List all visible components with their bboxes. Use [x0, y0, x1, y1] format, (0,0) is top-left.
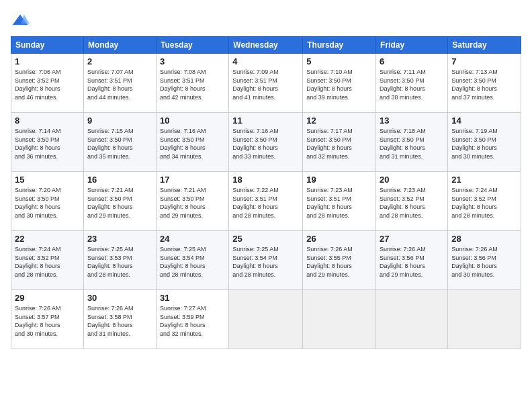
day-info: Sunrise: 7:21 AM Sunset: 3:50 PM Dayligh… [87, 186, 152, 220]
day-number: 24 [160, 234, 225, 244]
calendar-cell: 8Sunrise: 7:14 AM Sunset: 3:50 PM Daylig… [11, 113, 84, 172]
day-number: 17 [160, 175, 225, 185]
calendar-cell [448, 290, 521, 349]
calendar-cell: 27Sunrise: 7:26 AM Sunset: 3:56 PM Dayli… [376, 231, 448, 290]
calendar-cell: 11Sunrise: 7:16 AM Sunset: 3:50 PM Dayli… [229, 113, 303, 172]
calendar-cell: 10Sunrise: 7:16 AM Sunset: 3:50 PM Dayli… [156, 113, 228, 172]
calendar-week-4: 22Sunrise: 7:24 AM Sunset: 3:52 PM Dayli… [11, 231, 521, 290]
day-info: Sunrise: 7:09 AM Sunset: 3:51 PM Dayligh… [232, 68, 299, 101]
day-number: 28 [451, 234, 517, 244]
calendar-week-1: 1Sunrise: 7:06 AM Sunset: 3:52 PM Daylig… [11, 54, 521, 113]
day-number: 20 [380, 175, 444, 185]
day-info: Sunrise: 7:24 AM Sunset: 3:52 PM Dayligh… [451, 186, 517, 220]
calendar-cell: 30Sunrise: 7:26 AM Sunset: 3:58 PM Dayli… [83, 290, 156, 349]
calendar-cell: 17Sunrise: 7:21 AM Sunset: 3:50 PM Dayli… [156, 172, 228, 231]
day-number: 7 [451, 56, 517, 66]
weekday-header-friday: Friday [376, 37, 448, 54]
weekday-header-row: SundayMondayTuesdayWednesdayThursdayFrid… [11, 37, 521, 54]
calendar-cell: 4Sunrise: 7:09 AM Sunset: 3:51 PM Daylig… [229, 54, 303, 113]
day-number: 27 [380, 234, 444, 244]
day-info: Sunrise: 7:08 AM Sunset: 3:51 PM Dayligh… [160, 68, 225, 101]
day-info: Sunrise: 7:18 AM Sunset: 3:50 PM Dayligh… [380, 127, 444, 161]
day-info: Sunrise: 7:26 AM Sunset: 3:56 PM Dayligh… [451, 245, 517, 279]
day-info: Sunrise: 7:20 AM Sunset: 3:50 PM Dayligh… [15, 186, 80, 220]
day-number: 25 [232, 234, 299, 244]
day-info: Sunrise: 7:23 AM Sunset: 3:51 PM Dayligh… [306, 186, 372, 220]
calendar-cell: 29Sunrise: 7:26 AM Sunset: 3:57 PM Dayli… [11, 290, 84, 349]
day-info: Sunrise: 7:16 AM Sunset: 3:50 PM Dayligh… [232, 127, 299, 161]
calendar-cell: 3Sunrise: 7:08 AM Sunset: 3:51 PM Daylig… [156, 54, 228, 113]
day-number: 11 [232, 116, 299, 126]
day-number: 8 [15, 116, 80, 126]
calendar-table: SundayMondayTuesdayWednesdayThursdayFrid… [11, 36, 521, 349]
calendar-cell: 5Sunrise: 7:10 AM Sunset: 3:50 PM Daylig… [303, 54, 376, 113]
day-info: Sunrise: 7:23 AM Sunset: 3:52 PM Dayligh… [380, 186, 444, 220]
calendar-cell: 25Sunrise: 7:25 AM Sunset: 3:54 PM Dayli… [229, 231, 303, 290]
day-info: Sunrise: 7:27 AM Sunset: 3:59 PM Dayligh… [160, 304, 225, 338]
day-info: Sunrise: 7:14 AM Sunset: 3:50 PM Dayligh… [15, 127, 80, 161]
day-info: Sunrise: 7:24 AM Sunset: 3:52 PM Dayligh… [15, 245, 80, 279]
weekday-header-thursday: Thursday [303, 37, 376, 54]
calendar-cell: 26Sunrise: 7:26 AM Sunset: 3:55 PM Dayli… [303, 231, 376, 290]
header-row [11, 11, 521, 30]
calendar-cell: 21Sunrise: 7:24 AM Sunset: 3:52 PM Dayli… [448, 172, 521, 231]
calendar-cell: 24Sunrise: 7:25 AM Sunset: 3:54 PM Dayli… [156, 231, 228, 290]
day-info: Sunrise: 7:22 AM Sunset: 3:51 PM Dayligh… [232, 186, 299, 220]
calendar-cell: 18Sunrise: 7:22 AM Sunset: 3:51 PM Dayli… [229, 172, 303, 231]
day-number: 13 [380, 116, 444, 126]
day-number: 12 [306, 116, 372, 126]
day-number: 5 [306, 56, 372, 66]
weekday-header-wednesday: Wednesday [229, 37, 303, 54]
calendar-container: SundayMondayTuesdayWednesdayThursdayFrid… [0, 0, 532, 355]
day-number: 4 [232, 56, 299, 66]
day-info: Sunrise: 7:26 AM Sunset: 3:58 PM Dayligh… [87, 304, 152, 338]
calendar-cell: 31Sunrise: 7:27 AM Sunset: 3:59 PM Dayli… [156, 290, 228, 349]
weekday-header-tuesday: Tuesday [156, 37, 228, 54]
day-number: 14 [451, 116, 517, 126]
day-info: Sunrise: 7:19 AM Sunset: 3:50 PM Dayligh… [451, 127, 517, 161]
calendar-cell: 7Sunrise: 7:13 AM Sunset: 3:50 PM Daylig… [448, 54, 521, 113]
calendar-week-2: 8Sunrise: 7:14 AM Sunset: 3:50 PM Daylig… [11, 113, 521, 172]
calendar-cell [376, 290, 448, 349]
day-info: Sunrise: 7:10 AM Sunset: 3:50 PM Dayligh… [306, 68, 372, 101]
day-info: Sunrise: 7:21 AM Sunset: 3:50 PM Dayligh… [160, 186, 225, 220]
day-number: 31 [160, 293, 225, 303]
calendar-cell: 23Sunrise: 7:25 AM Sunset: 3:53 PM Dayli… [83, 231, 156, 290]
day-number: 30 [87, 293, 152, 303]
day-number: 9 [87, 116, 152, 126]
calendar-cell [229, 290, 303, 349]
day-number: 19 [306, 175, 372, 185]
day-info: Sunrise: 7:25 AM Sunset: 3:54 PM Dayligh… [232, 245, 299, 279]
calendar-cell: 9Sunrise: 7:15 AM Sunset: 3:50 PM Daylig… [83, 113, 156, 172]
day-number: 2 [87, 56, 152, 66]
weekday-header-saturday: Saturday [448, 37, 521, 54]
day-number: 21 [451, 175, 517, 185]
day-number: 22 [15, 234, 80, 244]
day-number: 15 [15, 175, 80, 185]
calendar-cell: 1Sunrise: 7:06 AM Sunset: 3:52 PM Daylig… [11, 54, 84, 113]
day-info: Sunrise: 7:26 AM Sunset: 3:55 PM Dayligh… [306, 245, 372, 279]
weekday-header-sunday: Sunday [11, 37, 84, 54]
calendar-cell: 12Sunrise: 7:17 AM Sunset: 3:50 PM Dayli… [303, 113, 376, 172]
calendar-cell: 19Sunrise: 7:23 AM Sunset: 3:51 PM Dayli… [303, 172, 376, 231]
calendar-cell: 13Sunrise: 7:18 AM Sunset: 3:50 PM Dayli… [376, 113, 448, 172]
calendar-week-5: 29Sunrise: 7:26 AM Sunset: 3:57 PM Dayli… [11, 290, 521, 349]
day-info: Sunrise: 7:25 AM Sunset: 3:53 PM Dayligh… [87, 245, 152, 279]
calendar-cell: 20Sunrise: 7:23 AM Sunset: 3:52 PM Dayli… [376, 172, 448, 231]
day-number: 16 [87, 175, 152, 185]
day-info: Sunrise: 7:07 AM Sunset: 3:51 PM Dayligh… [87, 68, 152, 101]
day-number: 23 [87, 234, 152, 244]
day-info: Sunrise: 7:13 AM Sunset: 3:50 PM Dayligh… [451, 68, 517, 101]
logo-icon [11, 11, 30, 30]
calendar-cell: 16Sunrise: 7:21 AM Sunset: 3:50 PM Dayli… [83, 172, 156, 231]
day-info: Sunrise: 7:26 AM Sunset: 3:56 PM Dayligh… [380, 245, 444, 279]
calendar-week-3: 15Sunrise: 7:20 AM Sunset: 3:50 PM Dayli… [11, 172, 521, 231]
day-info: Sunrise: 7:26 AM Sunset: 3:57 PM Dayligh… [15, 304, 80, 338]
day-number: 1 [15, 56, 80, 66]
day-number: 29 [15, 293, 80, 303]
calendar-cell: 15Sunrise: 7:20 AM Sunset: 3:50 PM Dayli… [11, 172, 84, 231]
day-info: Sunrise: 7:17 AM Sunset: 3:50 PM Dayligh… [306, 127, 372, 161]
weekday-header-monday: Monday [83, 37, 156, 54]
day-info: Sunrise: 7:06 AM Sunset: 3:52 PM Dayligh… [15, 68, 80, 101]
logo [11, 11, 32, 30]
